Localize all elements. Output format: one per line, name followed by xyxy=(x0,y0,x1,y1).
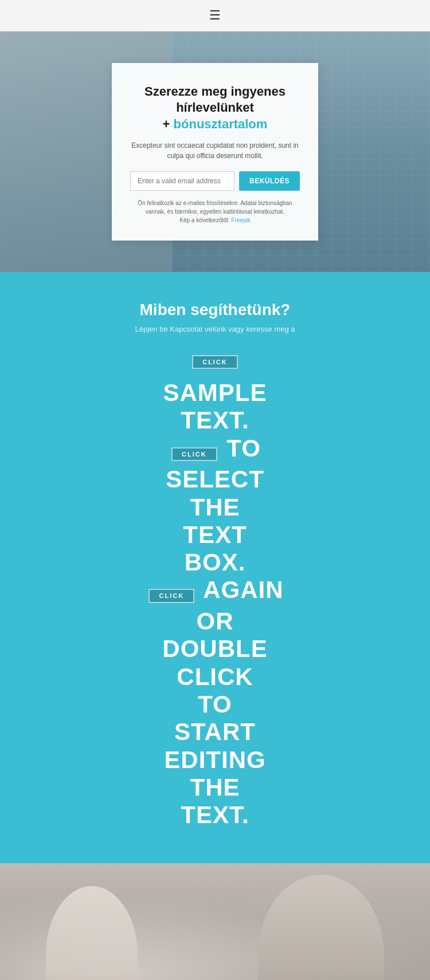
click-badge-3[interactable]: CLICK xyxy=(148,589,194,603)
hero-section: Szerezze meg ingyenes hírlevelünket + bó… xyxy=(0,32,430,272)
sample-text-block[interactable]: SAMPLETEXT. CLICK TO SELECT THE TEXT BOX… xyxy=(17,379,413,829)
help-section: Miben segíthetünk? Lépjen be Kapcsolat v… xyxy=(0,272,430,863)
hero-description: Excepteur sint occaecat cupidatat non pr… xyxy=(130,140,300,161)
click-badge-1[interactable]: CLICK xyxy=(192,355,238,369)
freepik-link[interactable]: Freepik xyxy=(231,217,250,223)
hamburger-icon[interactable]: ☰ xyxy=(209,8,221,23)
submit-button[interactable]: BEKÜLDÉS xyxy=(239,171,300,191)
help-title: Miben segíthetünk? xyxy=(17,301,413,319)
fine-print: Ön feliratkozik az e-mailes frissítésekr… xyxy=(130,199,300,225)
hero-title: Szerezze meg ingyenes hírlevelünket + bó… xyxy=(130,84,300,133)
sample-text-area[interactable]: CLICK SAMPLETEXT. CLICK TO SELECT THE TE… xyxy=(17,351,413,829)
navbar: ☰ xyxy=(0,0,430,32)
hero-card: Szerezze meg ingyenes hírlevelünket + bó… xyxy=(112,63,318,241)
help-subtitle: Lépjen be Kapcsolat velünk vagy keresse … xyxy=(17,325,413,333)
office-photo-section xyxy=(0,863,430,980)
email-input[interactable] xyxy=(130,171,234,191)
email-form: BEKÜLDÉS xyxy=(130,171,300,191)
click-badge-2[interactable]: CLICK xyxy=(171,447,217,462)
